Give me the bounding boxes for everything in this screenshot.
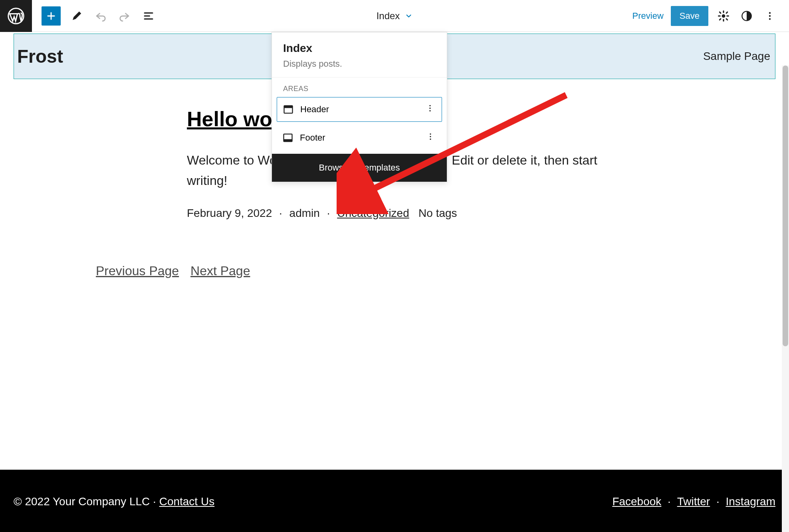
plus-icon — [46, 10, 57, 22]
redo-button[interactable] — [117, 8, 133, 24]
instagram-link[interactable]: Instagram — [726, 495, 776, 508]
toolbar-left — [32, 6, 157, 26]
template-dropdown: Index Displays posts. AREAS Header Foote… — [272, 32, 447, 182]
svg-point-9 — [429, 107, 430, 109]
nav-item-sample-page[interactable]: Sample Page — [703, 50, 770, 63]
svg-point-4 — [769, 15, 771, 16]
kebab-icon — [426, 132, 435, 141]
edit-tool-button[interactable] — [69, 8, 85, 24]
areas-section-label: AREAS — [272, 77, 447, 97]
post-category[interactable]: Uncategorized — [337, 207, 409, 219]
svg-point-8 — [429, 105, 430, 106]
kebab-icon — [765, 11, 775, 21]
previous-page-link[interactable]: Previous Page — [96, 264, 179, 278]
styles-button[interactable] — [739, 8, 755, 24]
more-options-button[interactable] — [762, 8, 778, 24]
area-more-button[interactable] — [424, 102, 436, 117]
template-name-label: Index — [377, 10, 400, 22]
footer-left: © 2022 Your Company LLC · Contact Us — [14, 495, 214, 508]
post-date: February 9, 2022 — [187, 207, 272, 219]
list-view-icon — [143, 10, 155, 22]
separator-dot: · — [279, 207, 282, 219]
dropdown-description: Displays posts. — [283, 59, 436, 69]
facebook-link[interactable]: Facebook — [612, 495, 661, 508]
browse-all-templates-button[interactable]: Browse all templates — [272, 154, 447, 182]
undo-button[interactable] — [93, 8, 109, 24]
svg-point-13 — [430, 133, 431, 135]
svg-point-15 — [430, 139, 431, 140]
undo-icon — [95, 10, 107, 22]
post-author: admin — [289, 207, 320, 219]
area-label: Header — [300, 104, 418, 115]
svg-point-1 — [722, 14, 726, 18]
contrast-icon — [741, 10, 752, 22]
preview-button[interactable]: Preview — [632, 11, 664, 21]
redo-icon — [119, 10, 131, 22]
separator-dot: · — [327, 207, 330, 219]
next-page-link[interactable]: Next Page — [190, 264, 250, 278]
footer-layout-icon — [282, 132, 293, 143]
footer-right: Facebook · Twitter · Instagram — [612, 495, 775, 508]
dropdown-title: Index — [283, 42, 436, 55]
header-layout-icon — [283, 104, 294, 115]
separator-dot: · — [664, 495, 674, 508]
svg-rect-7 — [284, 106, 293, 108]
site-title[interactable]: Frost — [17, 46, 63, 67]
dropdown-header: Index Displays posts. — [272, 32, 447, 77]
svg-point-14 — [430, 136, 431, 137]
settings-button[interactable] — [716, 8, 732, 24]
list-view-button[interactable] — [141, 8, 157, 24]
post-meta: February 9, 2022 · admin · Uncategorized… — [187, 207, 602, 220]
post-tags: No tags — [418, 207, 457, 219]
footer-template-part[interactable]: © 2022 Your Company LLC · Contact Us Fac… — [0, 470, 789, 532]
svg-point-5 — [769, 18, 771, 20]
scrollbar[interactable] — [782, 66, 789, 532]
area-item-footer[interactable]: Footer — [277, 126, 442, 150]
separator-dot: · — [713, 495, 722, 508]
scrollbar-thumb[interactable] — [783, 66, 788, 346]
twitter-link[interactable]: Twitter — [677, 495, 710, 508]
editor-topbar: Index Preview Save — [0, 0, 789, 32]
contact-link[interactable]: Contact Us — [159, 495, 215, 508]
area-label: Footer — [300, 133, 418, 143]
pencil-icon — [71, 10, 83, 22]
area-more-button[interactable] — [424, 131, 436, 145]
kebab-icon — [426, 104, 434, 113]
add-block-button[interactable] — [42, 6, 61, 26]
svg-point-3 — [769, 12, 771, 14]
template-selector[interactable]: Index — [377, 10, 413, 22]
area-item-header[interactable]: Header — [277, 97, 442, 122]
wordpress-icon — [7, 7, 25, 25]
copyright-text: © 2022 Your Company LLC · — [14, 495, 159, 508]
svg-rect-12 — [284, 139, 292, 142]
toolbar-right: Preview Save — [632, 6, 789, 26]
svg-point-10 — [429, 110, 430, 111]
pagination: Previous Page Next Page — [96, 264, 789, 278]
wordpress-logo-button[interactable] — [0, 0, 32, 32]
chevron-down-icon — [404, 12, 412, 20]
gear-icon — [718, 10, 730, 22]
save-button[interactable]: Save — [671, 6, 708, 26]
